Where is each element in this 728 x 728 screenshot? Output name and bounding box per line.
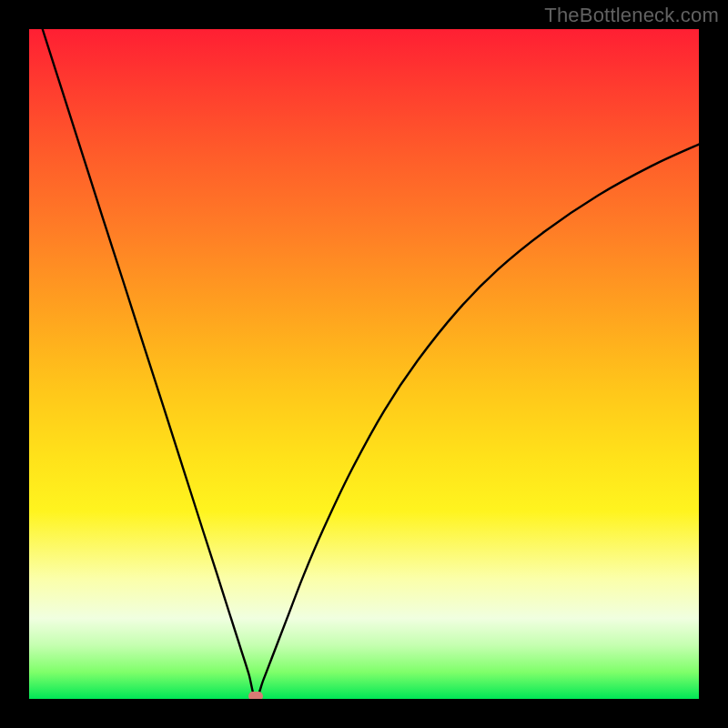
chart-frame: TheBottleneck.com <box>0 0 728 728</box>
plot-area <box>29 29 699 699</box>
watermark-text: TheBottleneck.com <box>544 4 719 27</box>
bottleneck-curve <box>29 29 699 699</box>
curve-path <box>43 29 699 699</box>
minimum-marker <box>248 692 263 699</box>
